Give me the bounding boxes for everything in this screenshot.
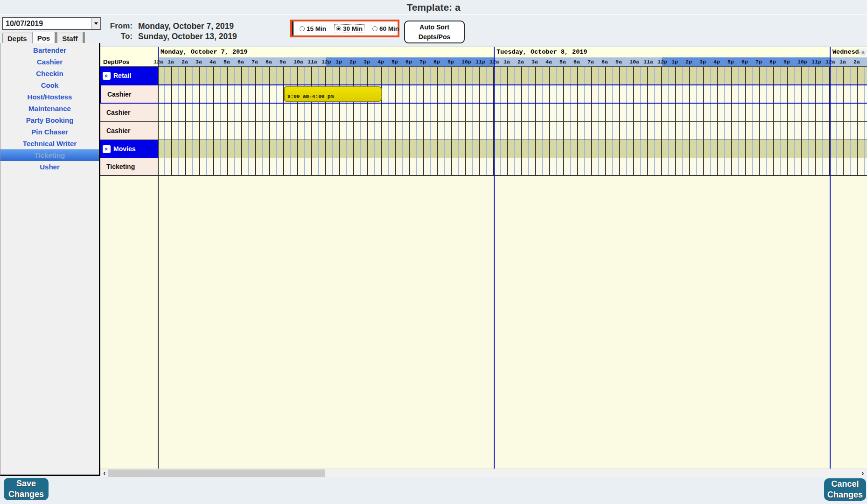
from-value: Monday, October 7, 2019 (138, 21, 234, 31)
auto-sort-line1: Auto Sort (420, 22, 449, 32)
hour-label: 1a (503, 57, 510, 67)
hour-label: 5p (727, 57, 734, 67)
hour-label: 9p (783, 57, 790, 67)
am-hours-header: 12a1a2a3a4a5a6a7a8a9a10a11a (494, 57, 662, 67)
radio-icon (372, 26, 378, 31)
auto-sort-line2: Depts/Pos (419, 32, 450, 42)
radio-icon (336, 26, 341, 31)
hour-label: 9a (280, 57, 286, 67)
day-header-row: Monday, October 7, 2019Tuesday, October … (100, 47, 867, 57)
hour-label: 3p (364, 57, 370, 67)
hour-label: 11p (811, 57, 821, 67)
sidebar-item-maintenance[interactable]: Maintenance (0, 103, 99, 114)
hour-label: 2p (350, 57, 356, 67)
left-panel-tabs: DeptsPosStaff (2, 32, 85, 43)
hour-label: 7p (755, 57, 762, 67)
pos-row-ticketing: Ticketing (100, 158, 867, 176)
save-line1: Save (16, 478, 36, 489)
label-column-border (158, 57, 159, 469)
hour-label: 10p (461, 57, 471, 67)
title-separator (0, 14, 867, 15)
day-header-tuesday-october-8-2019: Tuesday, October 8, 2019 (494, 47, 830, 57)
hour-label: 1a (839, 57, 846, 67)
hour-label: 9a (615, 57, 622, 67)
hour-label: 8p (434, 57, 440, 67)
collapse-icon[interactable]: « (103, 72, 111, 80)
scrollbar-thumb[interactable] (108, 469, 325, 477)
row-label-retail[interactable]: «Retail (100, 67, 158, 84)
hour-label: 10a (629, 57, 639, 67)
row-label-ticketing[interactable]: Ticketing (100, 158, 158, 175)
pos-row-cashier: Cashier9:00 am-4:00 pm (100, 84, 867, 104)
hour-label: 10p (797, 57, 807, 67)
interval-radio-30-min[interactable]: 30 Min (334, 24, 364, 33)
tab-pos[interactable]: Pos (32, 32, 56, 43)
sidebar-item-pin-chaser[interactable]: Pin Chaser (0, 126, 99, 138)
row-cells[interactable] (158, 122, 867, 140)
interval-radio-label: 60 Min (379, 25, 399, 32)
sidebar-item-cashier[interactable]: Cashier (0, 56, 99, 68)
horizontal-scrollbar[interactable]: ‹ › (100, 469, 867, 477)
interval-radio-label: 30 Min (343, 25, 363, 32)
row-label-cashier[interactable]: Cashier (100, 104, 158, 121)
hour-label: 5a (559, 57, 566, 67)
sidebar-item-checkin[interactable]: Checkin (0, 68, 99, 79)
pos-row-cashier: Cashier (100, 122, 867, 140)
sidebar-item-usher[interactable]: Usher (0, 161, 99, 173)
pm-hours-header: 12p1p2p3p4p5p6p7p8p9p10p11p (326, 57, 494, 67)
tab-depts[interactable]: Depts (2, 33, 32, 43)
row-label-movies[interactable]: «Movies (100, 140, 158, 158)
sidebar-item-host-hostess[interactable]: Host/Hostess (0, 91, 99, 103)
hour-label: 1a (168, 57, 174, 67)
pm-hours-header: 12p1p2p3p4p5p6p7p8p9p10p11p (662, 57, 830, 67)
sidebar-item-technical-writer[interactable]: Technical Writer (0, 138, 99, 149)
row-label-cashier[interactable]: Cashier (100, 122, 158, 140)
hour-label: 7a (587, 57, 594, 67)
save-changes-button[interactable]: Save Changes (4, 478, 49, 500)
hour-label: 8p (769, 57, 776, 67)
hour-label: 2p (685, 57, 692, 67)
interval-radio-15-min[interactable]: 15 Min (298, 24, 328, 33)
tab-staff[interactable]: Staff (57, 33, 83, 43)
date-input[interactable] (3, 18, 91, 29)
sidebar-item-cook[interactable]: Cook (0, 79, 99, 91)
hour-label: 2a (182, 57, 188, 67)
scroll-right-arrow-icon[interactable]: › (859, 469, 867, 477)
hour-label: 3a (196, 57, 202, 67)
shift-block[interactable]: 9:00 am-4:00 pm (284, 86, 382, 102)
radio-dot-icon (337, 28, 340, 30)
page-title: Template: a (0, 2, 867, 13)
auto-sort-button[interactable]: Auto Sort Depts/Pos (404, 21, 465, 43)
row-label-text: Cashier (107, 91, 131, 98)
interval-radio-60-min[interactable]: 60 Min (371, 24, 401, 33)
interval-radio-label: 15 Min (307, 25, 326, 32)
date-dropdown-button[interactable] (91, 18, 100, 29)
cancel-changes-button[interactable]: Cancel Changes (824, 478, 866, 501)
sidebar-item-party-booking[interactable]: Party Booking (0, 114, 99, 126)
hour-label: 7p (420, 57, 426, 67)
row-label-cashier[interactable]: Cashier (100, 85, 158, 103)
row-cells[interactable]: 9:00 am-4:00 pm (158, 85, 867, 103)
sidebar-item-bartender[interactable]: Bartender (0, 44, 99, 56)
hour-label: 8a (266, 57, 272, 67)
save-line2: Changes (8, 489, 44, 500)
chevron-down-icon (94, 22, 98, 25)
hour-label: 11p (475, 57, 485, 67)
scroll-up-arrow-icon[interactable]: ∧ (860, 48, 867, 56)
sidebar-item-ticketing[interactable]: Ticketing (0, 149, 99, 161)
positions-list: BartenderCashierCheckinCookHost/HostessM… (0, 43, 100, 476)
hour-label: 8a (601, 57, 608, 67)
am-hours-header: 12a1a2a3a4a5a6a7a8a9a10a11a (830, 57, 867, 67)
hour-label: 9p (447, 57, 454, 67)
scroll-left-arrow-icon[interactable]: ‹ (100, 469, 109, 477)
row-cells[interactable] (158, 67, 867, 84)
day-header-monday-october-7-2019: Monday, October 7, 2019 (158, 47, 494, 57)
tab-separator (56, 32, 56, 43)
hour-label: 11a (308, 57, 317, 67)
row-cells[interactable] (158, 104, 867, 121)
day-boundary-line (830, 47, 831, 469)
date-combobox[interactable] (2, 17, 101, 30)
row-cells[interactable] (158, 140, 867, 158)
row-cells[interactable] (158, 158, 867, 175)
collapse-icon[interactable]: « (103, 145, 111, 153)
